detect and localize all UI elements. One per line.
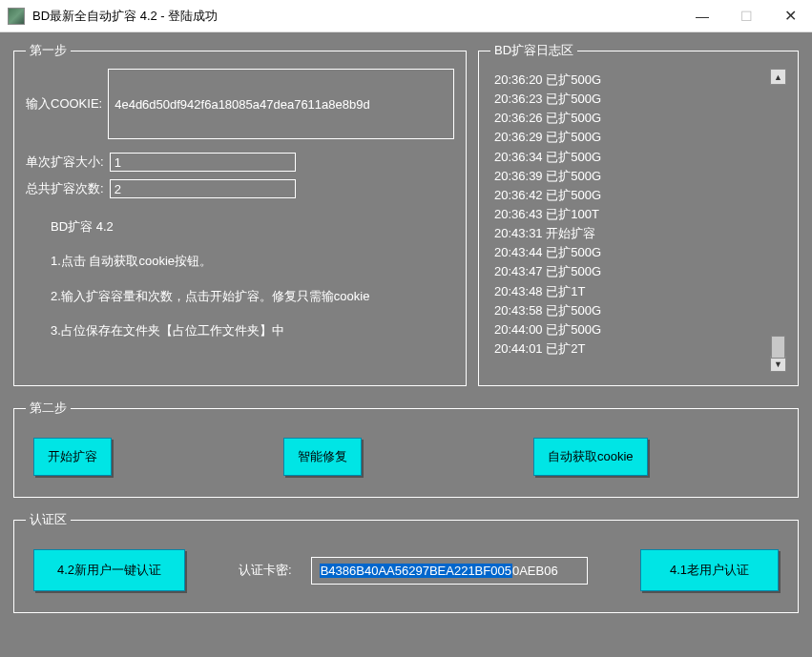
auth-card-label: 认证卡密:: [239, 562, 292, 579]
get-cookie-button[interactable]: 自动获取cookie: [533, 438, 648, 476]
log-entry: 20:44:00 已扩500G: [494, 320, 765, 339]
instructions: BD扩容 4.2 1.点击 自动获取cookie按钮。 2.输入扩容容量和次数，…: [26, 202, 454, 349]
log-entry: 20:43:31 开始扩容: [494, 224, 765, 243]
window-title: BD最新全自动扩容 4.2 - 登陆成功: [32, 8, 680, 25]
log-entry: 20:44:01 已扩2T: [494, 339, 765, 359]
app-icon: [8, 8, 25, 25]
size-input[interactable]: [110, 153, 296, 172]
log-entry: 20:36:26 已扩500G: [494, 109, 765, 128]
auth-legend: 认证区: [26, 511, 71, 528]
instruction-2: 2.输入扩容容量和次数，点击开始扩容。修复只需输cookie: [51, 279, 454, 314]
close-button[interactable]: ✕: [768, 0, 812, 31]
maximize-button: ☐: [724, 0, 768, 31]
log-entry: 20:36:23 已扩500G: [494, 90, 765, 109]
step1-legend: 第一步: [26, 42, 71, 59]
instruction-1: 1.点击 自动获取cookie按钮。: [51, 244, 454, 278]
count-input[interactable]: [110, 179, 296, 198]
log-entry: 20:43:47 已扩500G: [494, 262, 765, 281]
minimize-button[interactable]: —: [680, 0, 724, 31]
auth-card-input[interactable]: B4386B40AA56297BEA221BF0050AEB06: [311, 557, 588, 585]
log-entry: 20:36:42 已扩500G: [494, 186, 765, 205]
log-entry: 20:36:20 已扩500G: [494, 71, 765, 90]
titlebar: BD最新全自动扩容 4.2 - 登陆成功 — ☐ ✕: [0, 0, 812, 32]
auth-card-selected: B4386B40AA56297BEA221BF005: [320, 564, 512, 578]
new-user-auth-button[interactable]: 4.2新用户一键认证: [33, 549, 185, 591]
log-entry: 20:36:39 已扩500G: [494, 167, 765, 186]
cookie-input[interactable]: 4e4d6d50df942f6a18085a47dea7611a8e8b9d: [108, 69, 454, 139]
log-list: 20:36:20 已扩500G20:36:23 已扩500G20:36:26 已…: [490, 69, 769, 372]
step1-group: 第一步 输入COOKIE: 4e4d6d50df942f6a18085a47de…: [13, 42, 467, 386]
scroll-up-icon[interactable]: ▲: [770, 69, 786, 85]
smart-repair-button[interactable]: 智能修复: [283, 438, 362, 476]
client-area: 第一步 输入COOKIE: 4e4d6d50df942f6a18085a47de…: [0, 32, 812, 657]
step2-group: 第二步 开始扩容 智能修复 自动获取cookie: [13, 400, 799, 498]
scroll-thumb[interactable]: [771, 336, 785, 359]
cookie-label: 输入COOKIE:: [26, 95, 102, 113]
size-label: 单次扩容大小:: [26, 154, 104, 171]
cookie-value: 4e4d6d50df942f6a18085a47dea7611a8e8b9d: [115, 97, 370, 112]
log-entry: 20:36:43 已扩100T: [494, 205, 765, 224]
log-legend: BD扩容日志区: [490, 42, 577, 59]
start-expand-button[interactable]: 开始扩容: [33, 438, 112, 476]
log-entry: 20:43:58 已扩500G: [494, 301, 765, 320]
step2-legend: 第二步: [26, 400, 71, 417]
old-user-auth-button[interactable]: 4.1老用户认证: [640, 549, 779, 591]
auth-card-rest: 0AEB06: [512, 564, 558, 578]
log-entry: 20:36:29 已扩500G: [494, 128, 765, 147]
log-entry: 20:43:44 已扩500G: [494, 243, 765, 262]
auth-group: 认证区 4.2新用户一键认证 认证卡密: B4386B40AA56297BEA2…: [13, 511, 799, 613]
log-group: BD扩容日志区 20:36:20 已扩500G20:36:23 已扩500G20…: [478, 42, 799, 386]
log-scrollbar[interactable]: ▲ ▼: [770, 69, 786, 372]
log-entry: 20:36:34 已扩500G: [494, 148, 765, 167]
count-label: 总共扩容次数:: [26, 180, 104, 197]
log-entry: 20:43:48 已扩1T: [494, 282, 765, 301]
window-controls: — ☐ ✕: [680, 0, 812, 31]
instruction-0: BD扩容 4.2: [51, 210, 454, 244]
instruction-3: 3.占位保存在文件夹【占位工作文件夹】中: [51, 314, 454, 348]
